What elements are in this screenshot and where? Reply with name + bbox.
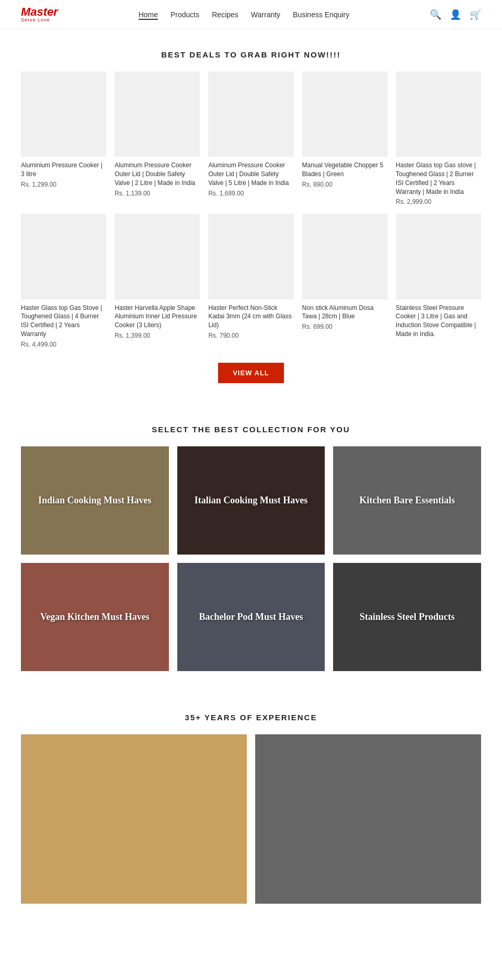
collection-card-stainless[interactable]: Stainless Steel Products bbox=[333, 563, 481, 671]
product-image bbox=[21, 214, 106, 299]
nav-warranty[interactable]: Warranty bbox=[251, 10, 280, 19]
product-name: Haster Glass top Gas Stove | Toughened G… bbox=[21, 304, 106, 339]
experience-section: 35+ YEARS OF EXPERIENCE bbox=[0, 692, 502, 914]
product-image bbox=[208, 72, 293, 157]
collection-overlay: Vegan Kitchen Must Haves bbox=[21, 563, 169, 671]
product-price: Rs. 1,139.00 bbox=[115, 190, 200, 197]
collection-overlay: Indian Cooking Must Haves bbox=[21, 446, 169, 555]
product-card[interactable]: Aluminum Pressure Cooker Outer Lid | Dou… bbox=[208, 72, 293, 205]
product-card[interactable]: Non stick Aluminum Dosa Tawa | 28cm | Bl… bbox=[302, 214, 387, 348]
product-price: Rs. 890.00 bbox=[302, 181, 387, 188]
nav-icons: 🔍 👤 🛒 bbox=[430, 9, 481, 20]
collection-card-vegan[interactable]: Vegan Kitchen Must Haves bbox=[21, 563, 169, 671]
nav-recipes[interactable]: Recipes bbox=[212, 10, 238, 19]
product-price: Rs. 790.00 bbox=[208, 332, 293, 339]
collections-grid: Indian Cooking Must Haves Italian Cookin… bbox=[21, 446, 481, 672]
nav-links: Home Products Recipes Warranty Business … bbox=[139, 10, 350, 19]
collection-label: Vegan Kitchen Must Haves bbox=[32, 611, 158, 623]
product-name: Haster Glass top Gas stove | Toughened G… bbox=[396, 161, 481, 196]
nav-business[interactable]: Business Enquiry bbox=[293, 10, 349, 19]
product-price: Rs. 1,399.00 bbox=[115, 332, 200, 339]
product-card[interactable]: Haster Glass top Gas stove | Toughened G… bbox=[396, 72, 481, 205]
collection-label: Bachelor Pod Must Haves bbox=[190, 611, 311, 623]
product-name: Haster Perfect Non-Stick Kadai 3mm (24 c… bbox=[208, 304, 293, 330]
collection-card-kitchen[interactable]: Kitchen Bare Essentials bbox=[333, 446, 481, 555]
product-card[interactable]: Aluminum Pressure Cooker Outer Lid | Dou… bbox=[115, 72, 200, 205]
product-price: Rs. 1,299.00 bbox=[21, 181, 106, 188]
product-name: Aluminium Pressure Cooker | 3 litre bbox=[21, 161, 106, 179]
logo-master: Master bbox=[21, 6, 58, 18]
product-price: Rs. 699.00 bbox=[302, 323, 387, 330]
product-image bbox=[21, 72, 106, 157]
collection-label: Stainless Steel Products bbox=[351, 611, 463, 623]
product-image bbox=[396, 72, 481, 157]
product-name: Stainless Steel Pressure Cooker | 3 Litr… bbox=[396, 304, 481, 339]
collection-label: Italian Cooking Must Haves bbox=[186, 494, 316, 506]
product-card[interactable]: Manual Vegetable Chopper 5 Blades | Gree… bbox=[302, 72, 387, 205]
collection-card-indian[interactable]: Indian Cooking Must Haves bbox=[21, 446, 169, 555]
product-card[interactable]: Stainless Steel Pressure Cooker | 3 Litr… bbox=[396, 214, 481, 348]
product-name: Manual Vegetable Chopper 5 Blades | Gree… bbox=[302, 161, 387, 179]
collections-section: SELECT THE BEST COLLECTION FOR YOU India… bbox=[0, 404, 502, 693]
product-image bbox=[208, 214, 293, 299]
product-name: Non stick Aluminum Dosa Tawa | 28cm | Bl… bbox=[302, 304, 387, 321]
experience-image-right bbox=[255, 734, 481, 904]
view-all-button[interactable]: VIEW ALL bbox=[218, 363, 284, 383]
product-image bbox=[396, 214, 481, 299]
collection-overlay: Italian Cooking Must Haves bbox=[177, 446, 325, 555]
product-image bbox=[302, 72, 387, 157]
logo[interactable]: Master Serve Love bbox=[21, 6, 58, 22]
products-grid: Aluminium Pressure Cooker | 3 litre Rs. … bbox=[21, 72, 481, 348]
product-price: Rs. 1,689.00 bbox=[208, 190, 293, 197]
collection-overlay: Stainless Steel Products bbox=[333, 563, 481, 671]
deals-section: BEST DEALS TO GRAB RIGHT NOW!!!! Alumini… bbox=[0, 29, 502, 404]
collection-overlay: Bachelor Pod Must Haves bbox=[177, 563, 325, 671]
product-image bbox=[302, 214, 387, 299]
collection-label: Kitchen Bare Essentials bbox=[351, 494, 463, 506]
experience-title: 35+ YEARS OF EXPERIENCE bbox=[21, 713, 481, 722]
product-name: Aluminum Pressure Cooker Outer Lid | Dou… bbox=[115, 161, 200, 187]
product-card[interactable]: Aluminium Pressure Cooker | 3 litre Rs. … bbox=[21, 72, 106, 205]
product-price: Rs. 4,499.00 bbox=[21, 341, 106, 348]
nav-products[interactable]: Products bbox=[170, 10, 199, 19]
collection-label: Indian Cooking Must Haves bbox=[30, 494, 160, 506]
search-icon[interactable]: 🔍 bbox=[430, 9, 441, 20]
product-card[interactable]: Haster Perfect Non-Stick Kadai 3mm (24 c… bbox=[208, 214, 293, 348]
collections-title: SELECT THE BEST COLLECTION FOR YOU bbox=[21, 425, 481, 434]
product-name: Haster Harvella Apple Shape Aluminium In… bbox=[115, 304, 200, 330]
product-image bbox=[115, 214, 200, 299]
user-icon[interactable]: 👤 bbox=[450, 9, 461, 20]
collection-card-italian[interactable]: Italian Cooking Must Haves bbox=[177, 446, 325, 555]
nav-home[interactable]: Home bbox=[139, 10, 158, 20]
navbar: Master Serve Love Home Products Recipes … bbox=[0, 0, 502, 29]
experience-image-left bbox=[21, 734, 247, 904]
product-card[interactable]: Haster Glass top Gas Stove | Toughened G… bbox=[21, 214, 106, 348]
logo-tagline: Serve Love bbox=[21, 18, 58, 22]
product-name: Aluminum Pressure Cooker Outer Lid | Dou… bbox=[208, 161, 293, 187]
product-image bbox=[115, 72, 200, 157]
cart-icon[interactable]: 🛒 bbox=[470, 9, 481, 20]
deals-title: BEST DEALS TO GRAB RIGHT NOW!!!! bbox=[21, 50, 481, 59]
product-card[interactable]: Haster Harvella Apple Shape Aluminium In… bbox=[115, 214, 200, 348]
experience-images bbox=[21, 734, 481, 904]
view-all-wrapper: VIEW ALL bbox=[21, 363, 481, 383]
collection-card-bachelor[interactable]: Bachelor Pod Must Haves bbox=[177, 563, 325, 671]
product-price: Rs. 2,999.00 bbox=[396, 198, 481, 205]
collection-overlay: Kitchen Bare Essentials bbox=[333, 446, 481, 555]
